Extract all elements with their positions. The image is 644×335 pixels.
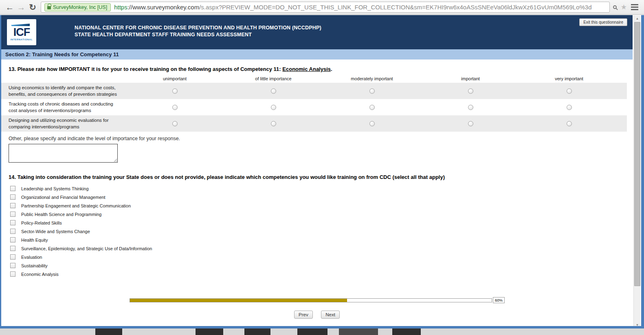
survey-title-line2: STATE HEALTH DEPARTMENT STAFF TRAINING N… [75, 31, 321, 38]
radio-button[interactable] [172, 121, 178, 126]
radio-button[interactable] [172, 88, 178, 94]
reload-icon[interactable]: ↻ [27, 2, 38, 13]
checkbox-item[interactable]: Sector-Wide and Systems Change [10, 229, 633, 234]
q14-checkbox-list: Leadership and Systems Thinking Organiza… [10, 186, 633, 277]
browser-screenshot: ← → ↻ SurveyMonkey, Inc [US] https://www… [0, 0, 644, 335]
vertical-scrollbar[interactable]: ▲ ▼ [633, 15, 640, 328]
checkbox[interactable] [10, 263, 15, 268]
checkbox-item[interactable]: Policy-Related Skills [10, 220, 633, 225]
progress-percent-label: 60% [493, 297, 505, 303]
scroll-up-icon[interactable]: ▲ [634, 15, 641, 22]
checkbox-item[interactable]: Evaluation [10, 254, 633, 260]
checkbox-label: Economic Analysis [21, 272, 59, 277]
back-icon[interactable]: ← [4, 2, 15, 13]
taskbar-sliver [0, 328, 644, 335]
checkbox-label: Surveillance, Epidemiology, and Strategi… [21, 246, 152, 251]
checkbox-item[interactable]: Surveillance, Epidemiology, and Strategi… [10, 246, 633, 251]
icf-logo-subtext: INTERNATIONAL [11, 38, 33, 41]
radio-button[interactable] [271, 121, 276, 126]
matrix-header-row: unimportant of little importance moderat… [1, 76, 627, 83]
ev-badge-label: SurveyMonkey, Inc [US] [53, 4, 107, 10]
search-icon[interactable] [613, 5, 617, 9]
checkbox[interactable] [10, 212, 15, 217]
prev-button[interactable]: Prev [294, 311, 313, 319]
checkbox[interactable] [10, 203, 15, 208]
url-text[interactable]: https://www.surveymonkey.com/s.aspx?PREV… [114, 4, 591, 11]
forward-icon[interactable]: → [15, 2, 27, 13]
radio-button[interactable] [369, 121, 375, 126]
checkbox[interactable] [10, 246, 15, 251]
matrix-column-header: unimportant [163, 76, 187, 83]
radio-button[interactable] [271, 88, 276, 94]
checkbox[interactable] [10, 194, 15, 200]
checkbox-label: Sustainability [21, 263, 48, 268]
survey-page: ICF INTERNATIONAL NATIONAL CENTER FOR CH… [1, 15, 633, 328]
checkbox-label: Health Equity [21, 238, 48, 242]
other-specify-textarea[interactable] [9, 144, 118, 163]
checkbox-item[interactable]: Leadership and Systems Thinking [10, 186, 633, 191]
checkbox-item[interactable]: Partnership Engagement and Strategic Com… [10, 203, 633, 208]
matrix-row-label: Tracking costs of chronic diseases and c… [1, 99, 125, 115]
radio-button[interactable] [567, 105, 572, 110]
checkbox[interactable] [10, 237, 15, 242]
lock-icon [47, 5, 51, 10]
nav-button-row: Prev Next [1, 311, 633, 319]
checkbox-item[interactable]: Economic Analysis [10, 271, 633, 277]
icf-logo: ICF INTERNATIONAL [7, 19, 36, 45]
radio-button[interactable] [567, 121, 572, 126]
menu-icon[interactable] [631, 4, 638, 10]
survey-header: ICF INTERNATIONAL NATIONAL CENTER FOR CH… [1, 15, 633, 49]
checkbox-label: Policy-Related Skills [21, 220, 62, 225]
browser-viewport: ICF INTERNATIONAL NATIONAL CENTER FOR CH… [0, 15, 644, 328]
toolbar-right-icons: ★ [613, 4, 640, 11]
scrollbar-thumb[interactable] [634, 22, 640, 286]
survey-content: 13. Please rate how IMPORTANT it is for … [1, 66, 633, 328]
browser-toolbar: ← → ↻ SurveyMonkey, Inc [US] https://www… [0, 0, 644, 15]
radio-button[interactable] [567, 88, 572, 94]
radio-button[interactable] [172, 105, 178, 110]
url-scheme: https [114, 4, 127, 11]
icf-logo-swoosh-icon [11, 24, 30, 26]
address-bar[interactable]: SurveyMonkey, Inc [US] https://www.surve… [41, 2, 610, 13]
radio-button[interactable] [468, 88, 473, 94]
checkbox-label: Partnership Engagement and Strategic Com… [21, 203, 131, 208]
progress-fill [130, 299, 347, 302]
checkbox-item[interactable]: Sustainability [10, 263, 633, 268]
survey-title: NATIONAL CENTER FOR CHRONIC DISEASE PREV… [75, 24, 321, 38]
survey-title-line1: NATIONAL CENTER FOR CHRONIC DISEASE PREV… [75, 24, 321, 31]
checkbox[interactable] [10, 254, 15, 260]
checkbox-label: Public Health Science and Programming [21, 212, 102, 217]
radio-button[interactable] [468, 105, 473, 110]
matrix-row: Tracking costs of chronic diseases and c… [1, 99, 627, 115]
progress-bar: 60% [130, 297, 633, 303]
checkbox-item[interactable]: Organizational and Financial Management [10, 194, 633, 200]
checkbox[interactable] [10, 271, 15, 277]
checkbox[interactable] [10, 186, 15, 191]
checkbox-label: Sector-Wide and Systems Change [21, 229, 90, 234]
q13-rating-matrix: unimportant of little importance moderat… [1, 76, 627, 132]
matrix-column-header: moderately important [351, 76, 393, 83]
q13-text: 13. Please rate how IMPORTANT it is for … [9, 66, 282, 72]
ev-certificate-badge[interactable]: SurveyMonkey, Inc [US] [44, 3, 111, 11]
checkbox[interactable] [10, 229, 15, 234]
matrix-row: Using economics to identify and compare … [1, 83, 627, 99]
radio-button[interactable] [369, 88, 375, 94]
bookmark-star-icon[interactable]: ★ [621, 4, 627, 11]
q13-competency-name: Economic Analysis [282, 66, 331, 72]
section-title-bar: Section 2: Training Needs for Competency… [1, 49, 633, 60]
radio-button[interactable] [369, 105, 375, 110]
matrix-column-header: important [461, 76, 480, 83]
checkbox[interactable] [10, 220, 15, 225]
exit-questionnaire-button[interactable]: Exit this questionnaire [579, 18, 627, 26]
url-path: /s.aspx?PREVIEW_MODE=DO_NOT_USE_THIS_LIN… [199, 4, 591, 11]
next-button[interactable]: Next [321, 311, 340, 319]
matrix-row: Designing and utilizing economic evaluat… [1, 115, 627, 132]
matrix-row-label: Using economics to identify and compare … [1, 83, 125, 99]
radio-button[interactable] [468, 121, 473, 126]
progress-track [130, 298, 492, 302]
checkbox-item[interactable]: Health Equity [10, 237, 633, 242]
checkbox-label: Leadership and Systems Thinking [21, 186, 89, 191]
question-14-title: 14. Taking into consideration the traini… [9, 174, 633, 180]
checkbox-item[interactable]: Public Health Science and Programming [10, 212, 633, 217]
radio-button[interactable] [271, 105, 276, 110]
